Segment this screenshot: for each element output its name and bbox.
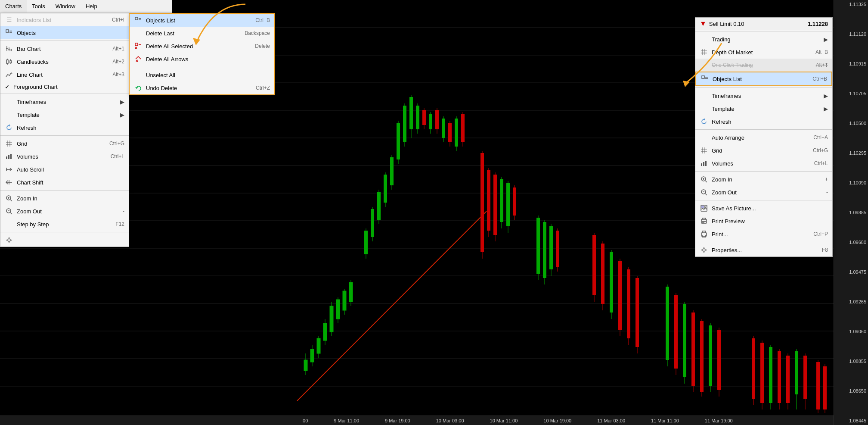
right-refresh[interactable]: Refresh — [695, 115, 832, 128]
menu-indicators-list[interactable]: ☰ Indicators List Ctrl+I — [0, 13, 129, 26]
svg-rect-187 — [705, 161, 707, 166]
submenu-delete-all-selected[interactable]: Delete All Selected Delete — [130, 40, 274, 53]
price-axis: 1.11325 1.11120 1.10915 1.10705 1.10500 … — [834, 0, 868, 425]
foreground-chart-label: Foreground Chart — [13, 84, 58, 90]
svg-rect-18 — [310, 349, 314, 362]
right-grid[interactable]: Grid Ctrl+G — [695, 144, 832, 157]
right-refresh-icon — [700, 117, 708, 126]
menu-chart-shift[interactable]: Chart Shift — [0, 176, 129, 189]
svg-point-202 — [703, 249, 705, 251]
submenu-delete-all-arrows[interactable]: Delete All Arrows — [130, 53, 274, 66]
right-print-label: Print... — [712, 231, 728, 237]
submenu-unselect-all[interactable]: Unselect All — [130, 69, 274, 81]
menu-zoom-in[interactable]: Zoom In + — [0, 192, 129, 205]
time-label: 10 Mar 11:00 — [490, 418, 518, 423]
menu-line-chart[interactable]: Line Chart Alt+3 — [0, 68, 129, 81]
menu-window[interactable]: Window — [50, 0, 81, 12]
right-timeframes[interactable]: Timeframes ▶ — [695, 89, 832, 102]
right-zoom-in[interactable]: Zoom In + — [695, 173, 832, 186]
right-timeframes-arrow: ▶ — [824, 93, 828, 99]
candlesticks-label: Candlesticks — [17, 59, 49, 65]
price-label: 1.10500 — [836, 121, 866, 126]
right-grid-shortcut: Ctrl+G — [813, 147, 828, 153]
svg-rect-199 — [702, 221, 706, 222]
menu-step-by-step[interactable]: Step by Step F12 — [0, 218, 129, 231]
sell-limit-menu-label: Sell Limit 0.10 — [709, 21, 744, 27]
submenu-objects-list[interactable]: Objects List Ctrl+B — [130, 14, 274, 27]
svg-rect-78 — [543, 222, 546, 278]
svg-rect-58 — [448, 123, 452, 142]
svg-rect-68 — [493, 175, 497, 235]
right-print[interactable]: Print... Ctrl+P — [695, 228, 832, 241]
right-print-preview-icon — [700, 217, 708, 225]
svg-rect-136 — [6, 60, 8, 63]
right-properties[interactable]: Properties... F8 — [695, 244, 832, 256]
menu-objects[interactable]: Objects — [0, 26, 129, 39]
volumes-label: Volumes — [17, 153, 38, 160]
menu-properties[interactable] — [0, 234, 129, 247]
delete-arrows-icon — [134, 55, 143, 63]
menu-tools[interactable]: Tools — [27, 0, 50, 12]
menu-template[interactable]: Template ▶ — [0, 108, 129, 121]
chart-shift-label: Chart Shift — [17, 179, 43, 186]
right-save-as-picture[interactable]: Save As Picture... — [695, 202, 832, 215]
right-zoom-in-icon — [700, 175, 708, 184]
menu-zoom-out[interactable]: Zoom Out - — [0, 205, 129, 218]
menu-auto-scroll[interactable]: Auto Scroll — [0, 163, 129, 176]
foreground-check: ✓ — [5, 83, 13, 90]
right-sell-limit[interactable]: ▼ Sell Limit 0.10 1.11228 — [695, 18, 832, 30]
objects-submenu: Objects List Ctrl+B Delete Last Backspac… — [129, 13, 275, 95]
menu-timeframes[interactable]: Timeframes ▶ — [0, 95, 129, 108]
right-volumes[interactable]: Volumes Ctrl+L — [695, 157, 832, 170]
delete-all-arrows-label: Delete All Arrows — [146, 56, 188, 62]
svg-rect-165 — [135, 17, 138, 20]
zoom-out-icon — [5, 207, 13, 216]
svg-rect-24 — [330, 306, 333, 332]
menu-volumes[interactable]: Volumes Ctrl+L — [0, 150, 129, 163]
right-template[interactable]: Template ▶ — [695, 102, 832, 115]
svg-rect-82 — [556, 231, 559, 267]
menu-foreground-chart[interactable]: ✓ Foreground Chart — [0, 81, 129, 92]
submenu-undo-delete[interactable]: Undo Delete Ctrl+Z — [130, 81, 274, 94]
indicators-label: Indicators List — [17, 17, 51, 23]
svg-rect-16 — [304, 360, 307, 371]
menu-charts[interactable]: Charts — [0, 0, 27, 12]
right-zoom-out[interactable]: Zoom Out - — [695, 186, 832, 199]
unselect-all-label: Unselect All — [146, 72, 175, 78]
svg-rect-102 — [691, 312, 695, 386]
right-objects-list[interactable]: Objects List Ctrl+B — [695, 72, 832, 86]
svg-rect-94 — [636, 278, 639, 347]
right-depth-of-market[interactable]: Depth Of Market Alt+B — [695, 46, 832, 59]
menu-grid[interactable]: Grid Ctrl+G — [0, 137, 129, 150]
svg-rect-60 — [455, 119, 458, 147]
right-properties-shortcut: F8 — [822, 247, 828, 253]
menu-candlesticks[interactable]: Candlesticks Alt+2 — [0, 55, 129, 68]
dom-label: Depth Of Market — [712, 49, 753, 56]
line-chart-label: Line Chart — [17, 72, 43, 78]
time-label: 9 Mar 19:00 — [385, 418, 410, 423]
chart-shift-icon — [5, 178, 13, 187]
submenu-delete-last[interactable]: Delete Last Backspace — [130, 27, 274, 40]
svg-rect-127 — [6, 30, 9, 32]
objects-list-shortcut: Ctrl+B — [255, 17, 270, 23]
svg-line-189 — [705, 181, 707, 182]
svg-rect-104 — [700, 321, 704, 392]
price-label: 1.09680 — [836, 240, 866, 245]
svg-rect-185 — [701, 163, 702, 166]
svg-point-160 — [8, 239, 10, 241]
svg-rect-42 — [397, 123, 400, 159]
price-label: 1.08445 — [836, 418, 866, 423]
menu-bar-chart[interactable]: Bar Chart Alt+1 — [0, 42, 129, 55]
menu-help[interactable]: Help — [81, 0, 102, 12]
right-trading[interactable]: Trading ▶ — [695, 33, 832, 46]
right-auto-arrange[interactable]: Auto Arrange Ctrl+A — [695, 131, 832, 144]
menu-refresh[interactable]: Refresh — [0, 121, 129, 134]
separator — [695, 31, 832, 31]
price-label: 1.08650 — [836, 388, 866, 394]
right-print-preview[interactable]: Print Preview — [695, 215, 832, 228]
right-timeframes-label: Timeframes — [712, 93, 741, 99]
svg-rect-80 — [549, 226, 553, 269]
svg-rect-28 — [343, 291, 346, 310]
grid-icon — [5, 139, 13, 148]
right-one-click[interactable]: One Click Trading Alt+T — [695, 59, 832, 72]
